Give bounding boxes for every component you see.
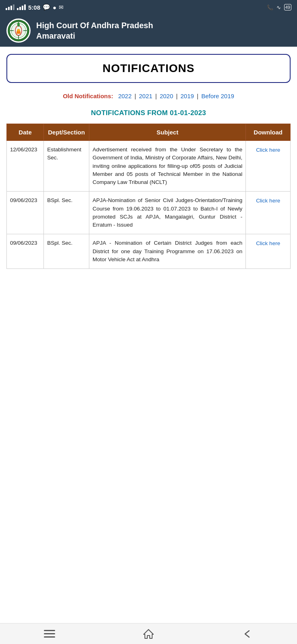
separator-4: | xyxy=(197,93,200,99)
battery-level: 49 xyxy=(285,5,290,10)
link-before-2019[interactable]: Before 2019 xyxy=(201,93,234,99)
signal-bars-1 xyxy=(6,4,14,10)
wifi-icon: ∿ xyxy=(276,4,281,10)
back-icon[interactable] xyxy=(235,626,260,642)
cell-subject-1: APJA-Nomination of Senior Civil Judges-O… xyxy=(89,192,245,234)
home-icon[interactable] xyxy=(136,626,161,642)
cell-download-2: Click here xyxy=(246,234,291,269)
table-row: 09/06/2023BSpl. Sec.APJA - Nomination of… xyxy=(7,234,291,269)
download-link-0[interactable]: Click here xyxy=(256,147,280,153)
cell-dept-0: Establishment Sec. xyxy=(44,141,89,192)
cell-dept-2: BSpl. Sec. xyxy=(44,234,89,269)
header-title: High Court Of Andhra Pradesh Amaravati xyxy=(36,20,153,41)
app-header: High Court Of Andhra Pradesh Amaravati xyxy=(0,14,297,47)
notifications-table: Date Dept/Section Subject Download 12/06… xyxy=(6,124,291,269)
email-icon: ✉ xyxy=(59,4,64,10)
cell-date-0: 12/06/2023 xyxy=(7,141,44,192)
table-row: 09/06/2023BSpl. Sec.APJA-Nomination of S… xyxy=(7,192,291,234)
link-2021[interactable]: 2021 xyxy=(139,93,152,99)
cell-date-2: 09/06/2023 xyxy=(7,234,44,269)
link-2019[interactable]: 2019 xyxy=(181,93,194,99)
svg-rect-11 xyxy=(16,31,21,34)
col-header-date: Date xyxy=(7,124,44,141)
table-header-row: Date Dept/Section Subject Download xyxy=(7,124,291,141)
separator-1: | xyxy=(134,93,138,99)
col-header-download: Download xyxy=(246,124,291,141)
section-heading: NOTIFICATIONS FROM 01-01-2023 xyxy=(6,109,291,117)
status-right: 📞 ∿ 49 xyxy=(267,4,291,10)
separator-2: | xyxy=(155,93,159,99)
cell-subject-0: Advertisement received from the Under Se… xyxy=(89,141,245,192)
status-time: 5:08 xyxy=(28,4,40,11)
cell-download-0: Click here xyxy=(246,141,291,192)
bottom-navigation xyxy=(0,623,297,644)
location-icon: ● xyxy=(53,4,56,11)
separator-3: | xyxy=(176,93,179,99)
header-title-line1: High Court Of Andhra Pradesh xyxy=(36,20,153,31)
download-link-2[interactable]: Click here xyxy=(256,240,280,246)
link-2020[interactable]: 2020 xyxy=(160,93,173,99)
download-link-1[interactable]: Click here xyxy=(256,198,280,204)
header-title-line2: Amaravati xyxy=(36,31,153,41)
svg-marker-16 xyxy=(144,630,153,638)
signal-bars-2 xyxy=(17,4,26,10)
svg-point-12 xyxy=(17,29,20,31)
notifications-title-box: NOTIFICATIONS xyxy=(6,54,291,83)
whatsapp-icon: 💬 xyxy=(43,4,50,11)
link-2022[interactable]: 2022 xyxy=(118,93,132,99)
cell-subject-2: APJA - Nomination of Certain District Ju… xyxy=(89,234,245,269)
col-header-subject: Subject xyxy=(89,124,245,141)
old-notifications-links: 2022 | 2021 | 2020 | 2019 | Before 2019 xyxy=(115,93,234,99)
old-notifications-section: Old Notifications: 2022 | 2021 | 2020 | … xyxy=(6,93,291,99)
main-content: NOTIFICATIONS Old Notifications: 2022 | … xyxy=(0,47,297,277)
status-left: 5:08 💬 ● ✉ xyxy=(6,4,64,11)
menu-icon[interactable] xyxy=(37,626,62,642)
page-title: NOTIFICATIONS xyxy=(11,62,286,75)
svg-rect-15 xyxy=(44,636,55,638)
wifi-calling-icon: 📞 xyxy=(267,4,273,10)
cell-date-1: 09/06/2023 xyxy=(7,192,44,234)
court-logo xyxy=(6,19,31,43)
cell-download-1: Click here xyxy=(246,192,291,234)
svg-rect-13 xyxy=(44,630,55,631)
battery-indicator: 49 xyxy=(284,4,291,10)
cell-dept-1: BSpl. Sec. xyxy=(44,192,89,234)
table-row: 12/06/2023Establishment Sec.Advertisemen… xyxy=(7,141,291,192)
old-notifications-label: Old Notifications: xyxy=(63,93,113,99)
svg-rect-14 xyxy=(44,633,55,634)
status-bar: 5:08 💬 ● ✉ 📞 ∿ 49 xyxy=(0,0,297,14)
col-header-dept: Dept/Section xyxy=(44,124,89,141)
